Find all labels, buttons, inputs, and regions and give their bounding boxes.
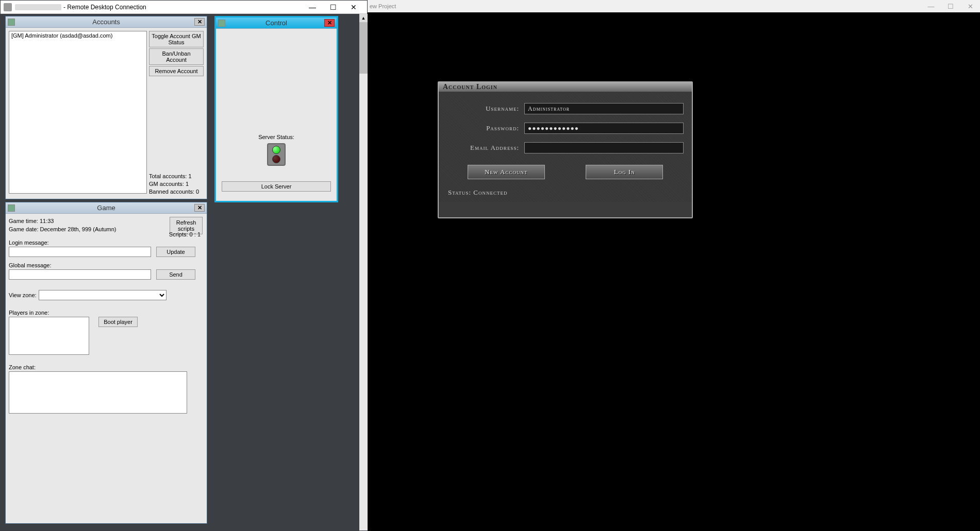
- toggle-gm-button[interactable]: Toggle Account GM Status: [149, 31, 204, 47]
- accounts-window: Accounts ✕ [GM] Administrator (asdad@asd…: [5, 16, 207, 199]
- scripts-count: Scripts: 0 : 1: [169, 230, 201, 238]
- login-status: Status: Connected: [447, 189, 684, 197]
- game-client-area: Account Login Username: Password: Email …: [368, 12, 980, 531]
- rdc-content: Accounts ✕ [GM] Administrator (asdad@asd…: [1, 14, 367, 530]
- game-window: Game ✕ Game time: 11:33 Game date: Decem…: [5, 202, 207, 524]
- accounts-title: Accounts: [18, 18, 194, 26]
- password-input[interactable]: [524, 123, 684, 134]
- server-status-label: Server Status:: [258, 134, 294, 140]
- login-button[interactable]: Log In: [586, 165, 663, 179]
- boot-player-button[interactable]: Boot player: [98, 317, 138, 327]
- game-title: Game: [18, 204, 194, 212]
- login-message-label: Login message:: [9, 238, 204, 247]
- rdc-title-suffix: - Remote Desktop Connection: [63, 4, 146, 11]
- status-light-green: [272, 146, 280, 154]
- send-button[interactable]: Send: [156, 269, 195, 280]
- total-accounts-stat: Total accounts: 1: [149, 173, 204, 180]
- username-label: Username:: [447, 105, 524, 113]
- rdc-maximize-button[interactable]: ☐: [323, 1, 343, 13]
- login-title: Account Login: [439, 82, 692, 92]
- zone-chat-label: Zone chat:: [9, 363, 204, 371]
- rdc-titlebar[interactable]: - Remote Desktop Connection — ☐ ✕: [1, 1, 367, 14]
- rdc-minimize-button[interactable]: —: [302, 1, 323, 13]
- window-icon: [8, 19, 15, 26]
- window-icon: [8, 204, 15, 212]
- bg-maximize-button[interactable]: ☐: [941, 1, 960, 12]
- view-zone-select[interactable]: [39, 290, 167, 300]
- accounts-list[interactable]: [GM] Administrator (asdad@asdad.com): [9, 31, 147, 194]
- email-input[interactable]: [524, 142, 684, 153]
- login-panel: Account Login Username: Password: Email …: [438, 81, 693, 218]
- login-message-input[interactable]: [9, 247, 151, 257]
- global-message-input[interactable]: [9, 269, 151, 280]
- server-status-indicator: [267, 143, 286, 166]
- status-light-red: [272, 155, 280, 163]
- new-account-button[interactable]: New Account: [468, 165, 545, 179]
- game-titlebar[interactable]: Game ✕: [6, 202, 207, 214]
- accounts-titlebar[interactable]: Accounts ✕: [6, 16, 207, 28]
- view-zone-label: View zone:: [9, 291, 37, 299]
- scrollbar-up-arrow[interactable]: ▲: [359, 14, 368, 22]
- email-label: Email Address:: [447, 144, 524, 152]
- rdc-address-blurred: [15, 4, 61, 10]
- rdc-close-button[interactable]: ✕: [343, 1, 364, 13]
- global-message-label: Global message:: [9, 261, 204, 269]
- control-titlebar[interactable]: Control ✕: [216, 18, 337, 29]
- control-close-button[interactable]: ✕: [324, 19, 335, 27]
- accounts-close-button[interactable]: ✕: [194, 18, 205, 26]
- scrollbar-thumb[interactable]: [359, 22, 368, 74]
- password-label: Password:: [447, 124, 524, 132]
- game-close-button[interactable]: ✕: [194, 204, 205, 212]
- background-window-titlebar: ew Project — ☐ ✕: [368, 0, 980, 12]
- account-list-item[interactable]: [GM] Administrator (asdad@asdad.com): [11, 32, 144, 39]
- control-title: Control: [228, 19, 324, 27]
- players-in-zone-label: Players in zone:: [9, 309, 204, 317]
- vertical-scrollbar[interactable]: ▲: [359, 14, 368, 530]
- zone-chat-box[interactable]: [9, 371, 187, 414]
- username-input[interactable]: [524, 103, 684, 114]
- bg-minimize-button[interactable]: —: [921, 1, 941, 12]
- window-icon: [218, 20, 225, 27]
- players-list[interactable]: [9, 317, 89, 355]
- background-window-title: ew Project: [370, 3, 396, 9]
- remove-account-button[interactable]: Remove Account: [149, 66, 204, 76]
- bg-close-button[interactable]: ✕: [960, 1, 980, 12]
- ban-unban-button[interactable]: Ban/Unban Account: [149, 48, 204, 65]
- banned-accounts-stat: Banned accounts: 0: [149, 188, 204, 196]
- update-button[interactable]: Update: [156, 247, 195, 257]
- rdc-window: - Remote Desktop Connection — ☐ ✕ Accoun…: [0, 0, 368, 531]
- lock-server-button[interactable]: Lock Server: [222, 181, 331, 192]
- gm-accounts-stat: GM accounts: 1: [149, 180, 204, 188]
- rdc-icon: [4, 3, 12, 11]
- control-window: Control ✕ Server Status: Lock Server: [214, 16, 338, 202]
